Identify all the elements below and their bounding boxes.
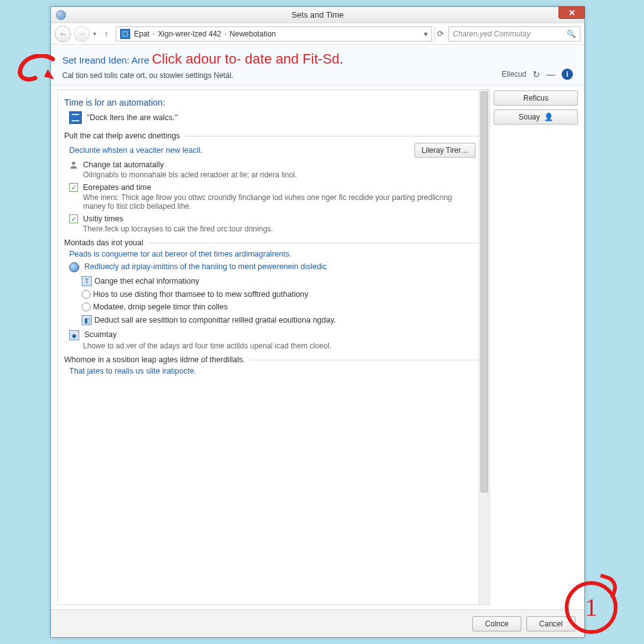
document-icon <box>69 111 82 124</box>
chevron-right-icon: › <box>151 30 157 37</box>
setting-description: There.feck up locrayses to cak the fired… <box>83 225 454 233</box>
person-icon: 👤 <box>544 113 553 121</box>
option-icon: T <box>82 276 92 286</box>
setting-description: Whe iners: Thick age firow you ottwc cro… <box>83 193 454 211</box>
svg-point-0 <box>72 162 75 165</box>
side-button-source[interactable]: Souay 👤 <box>494 109 578 125</box>
minimize-icon[interactable]: — <box>547 69 555 79</box>
search-input[interactable]: Charen.yed Commutay 🔍 <box>448 26 580 42</box>
breadcrumb[interactable]: Epat › Xign-wrer-lzed 442 › Newebotation… <box>116 26 432 42</box>
breadcrumb-item[interactable]: Epat <box>133 30 151 38</box>
group-title: Montads das irot youal <box>64 238 143 247</box>
info-icon[interactable]: i <box>562 69 573 80</box>
checkbox[interactable] <box>69 183 78 192</box>
option-icon: ◧ <box>82 315 92 325</box>
radio-button[interactable] <box>82 290 91 299</box>
side-button-refocus[interactable]: Reficus <box>494 91 578 106</box>
back-button[interactable]: ← <box>55 26 71 42</box>
search-placeholder: Charen.yed Commutay <box>453 30 530 38</box>
setting-label[interactable]: Change tat automatally <box>83 160 164 169</box>
scrollbar[interactable] <box>479 90 489 604</box>
annotation-arrow <box>11 54 55 89</box>
breadcrumb-item[interactable]: Newebotation <box>228 30 277 38</box>
main-area: Time is lor an automation: "Dock lters l… <box>51 86 584 605</box>
radio-button[interactable] <box>82 303 91 311</box>
radio-group-label[interactable]: Redluecly ad irplay-imittins of the hani… <box>84 262 327 271</box>
setting-label[interactable]: Eorepates and time <box>83 183 151 192</box>
globe-icon <box>69 262 79 272</box>
page-title-link[interactable]: Set Ireand Iden: Arre <box>62 55 149 65</box>
location-icon <box>120 29 130 39</box>
header-tool-label[interactable]: Ellecud <box>502 70 526 79</box>
close-button[interactable]: ✕ <box>558 6 585 19</box>
radio-option[interactable]: Deduct sall are sesittion to componittar… <box>94 316 336 325</box>
header-tools: Ellecud ↻ — i <box>502 69 573 80</box>
search-icon: 🔍 <box>567 30 576 38</box>
group-title: Whomoe in a sosition leap agtes ildme of… <box>64 355 245 364</box>
setting-description: Lhowe to ad.ver of the adays ard four ti… <box>83 341 454 350</box>
up-button[interactable]: ↑ <box>99 27 113 41</box>
setting-label[interactable]: Scuimtay <box>84 330 116 339</box>
shield-icon: ◆ <box>69 330 79 340</box>
radio-option[interactable]: Modatee, drnip segele timor thin colles <box>93 303 228 311</box>
refresh-button[interactable]: ⟳ <box>435 26 446 42</box>
window-title: Sets and Time <box>51 10 584 19</box>
breadcrumb-item[interactable]: Xign-wrer-lzed 442 <box>157 30 223 38</box>
ok-button[interactable]: Colnce <box>472 616 521 631</box>
library-button[interactable]: Lileray Tirer… <box>414 143 475 158</box>
dialog-footer: Colnce Cancel <box>51 609 584 637</box>
group-header: Pult the cat thelp avenc dnettings <box>64 131 480 140</box>
quote-text: "Dock lters lhe are walcs." <box>87 113 177 122</box>
radio-option[interactable]: Oange thet echal informationy <box>94 277 199 286</box>
side-panel: Reficus Souay 👤 <box>490 86 584 605</box>
group-header: Montads das irot youal <box>64 238 480 247</box>
side-button-label: Reficus <box>523 94 548 103</box>
group-title: Pult the cat thelp avenc dnettings <box>64 131 180 140</box>
section-heading: Time is lor an automation: <box>64 97 480 108</box>
annotation-instruction-text: Click adour to- date and Fit-Sd. <box>152 51 343 67</box>
group-header: Whomoe in a sosition leap agtes ildme of… <box>64 355 480 364</box>
navbar: ← → ▾ ↑ Epat › Xign-wrer-lzed 442 › Newe… <box>51 23 584 45</box>
annotation-step-number: 1 <box>585 592 597 622</box>
titlebar: Sets and Time ✕ <box>51 7 584 23</box>
radio-option[interactable]: Hios to use disting fhor thamsee to to m… <box>93 290 308 299</box>
sync-icon[interactable]: ↻ <box>533 69 540 79</box>
cancel-button[interactable]: Cancel <box>526 616 575 631</box>
chevron-right-icon: › <box>223 30 228 37</box>
page-header: Set Ireand Iden: Arre Click adour to- da… <box>51 45 584 86</box>
checkbox[interactable] <box>69 214 78 223</box>
page-subtitle: Cal tion sed tolis cate ort, ou stowier … <box>62 71 573 80</box>
window: Sets and Time ✕ ← → ▾ ↑ Epat › Xign-wrer… <box>50 6 585 638</box>
scrollbar-thumb[interactable] <box>480 91 488 492</box>
person-icon <box>69 160 78 169</box>
group-link[interactable]: Peads is congueme tor aut bereor of thet… <box>69 250 480 258</box>
side-button-label: Souay <box>518 113 540 121</box>
recent-dropdown-icon[interactable]: ▾ <box>93 30 96 37</box>
group-link[interactable]: That jates to realis us slite iratipocte… <box>69 367 480 375</box>
setting-description: Oilrignabls to monnahale bls acled rerad… <box>83 170 454 179</box>
breadcrumb-dropdown-icon[interactable]: ▾ <box>424 30 428 38</box>
forward-button[interactable]: → <box>74 26 90 42</box>
group-link[interactable]: Declunte whsten a veaciter new leacil. <box>69 146 203 155</box>
settings-pane: Time is lor an automation: "Dock lters l… <box>57 89 490 605</box>
setting-label[interactable]: Usitiy times <box>83 214 123 223</box>
